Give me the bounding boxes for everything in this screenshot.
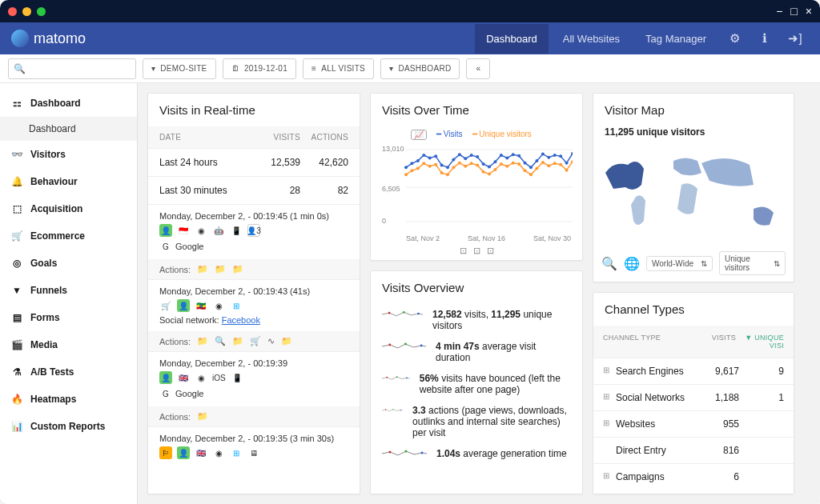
sidebar-item-visitors[interactable]: 👓Visitors [0, 141, 137, 168]
tab-all-websites[interactable]: All Websites [552, 24, 631, 54]
channel-row[interactable]: Direct Entry816 [593, 437, 794, 463]
map-card: Visitor Map 11,295 unique visitors 🔍 🌐 W… [593, 93, 794, 282]
svg-point-40 [434, 163, 437, 166]
window-max-dot[interactable] [37, 7, 46, 16]
minimize-icon[interactable]: − [776, 5, 782, 18]
svg-text:6,505: 6,505 [382, 185, 400, 193]
visitor-icon: 👤 [159, 371, 172, 384]
folder-icon[interactable]: 📁 [197, 411, 208, 422]
svg-point-52 [505, 165, 508, 168]
sidebar-sub-dashboard[interactable]: Dashboard [0, 117, 137, 141]
channel-row[interactable]: ⊞Campaigns6 [593, 463, 794, 490]
svg-point-11 [434, 154, 437, 158]
rt-entry[interactable]: Monday, December 2, - 00:19:45 (1 min 0s… [148, 204, 360, 259]
search-input[interactable]: 🔍 [8, 58, 136, 79]
svg-point-31 [553, 154, 557, 157]
windows-icon: ⊞ [230, 446, 243, 459]
svg-point-39 [428, 165, 432, 168]
world-map[interactable] [593, 141, 794, 245]
maximize-icon[interactable]: □ [790, 5, 797, 18]
tab-tag-manager[interactable]: Tag Manager [634, 24, 718, 54]
folder-icon[interactable]: 📁 [232, 264, 243, 274]
android-icon: 🤖 [212, 224, 225, 237]
sidebar-item-acquisition[interactable]: ⬚Acquisition [0, 195, 137, 222]
channel-row[interactable]: ⊞Search Engines9,6179 [593, 358, 794, 384]
legend-unique[interactable]: ━ Unique visitors [472, 130, 532, 140]
legend-visits[interactable]: ━ Visits [436, 130, 463, 140]
svg-point-46 [470, 162, 473, 165]
svg-point-60 [553, 162, 557, 165]
svg-point-74 [392, 409, 393, 410]
signin-icon[interactable]: ➜] [782, 31, 809, 46]
window-min-dot[interactable] [22, 7, 31, 16]
site-selector[interactable]: ▾DEMO-SITE [143, 58, 216, 79]
brand-logo[interactable]: matomo [11, 30, 86, 47]
search-icon[interactable]: 🔍 [215, 336, 226, 346]
folder-icon[interactable]: 📁 [232, 336, 243, 346]
chrome-icon: ◉ [212, 299, 225, 312]
folder-icon[interactable]: 📁 [197, 336, 208, 346]
date-selector[interactable]: 🗓2019-12-01 [223, 58, 296, 79]
flag-icon: 🇬🇧 [177, 371, 190, 384]
close-icon[interactable]: × [806, 5, 812, 18]
chart-btn[interactable]: ⊡ [460, 246, 467, 256]
pulse-icon[interactable]: ∿ [267, 336, 275, 346]
sidebar-item-media[interactable]: 🎬Media [0, 331, 137, 358]
rt-entry[interactable]: Monday, December 2, - 00:19:39 👤 🇬🇧 ◉ iO… [148, 351, 360, 406]
sidebar-item-heatmaps[interactable]: 🔥Heatmaps [0, 386, 137, 413]
google-icon: G [159, 240, 172, 253]
svg-point-48 [482, 170, 485, 174]
visitor-icon: 👤 [177, 446, 190, 459]
svg-point-25 [517, 154, 521, 158]
svg-point-59 [547, 164, 550, 167]
map-title: Visitor Map [593, 94, 794, 126]
folder-icon[interactable]: 📁 [215, 264, 226, 274]
svg-point-58 [541, 161, 545, 164]
dashboard-selector[interactable]: ▾DASHBOARD [380, 58, 460, 79]
svg-point-26 [524, 162, 527, 165]
funnel-icon: ▼ [11, 285, 22, 296]
sidebar-item-abtests[interactable]: ⚗A/B Tests [0, 358, 137, 386]
svg-point-73 [385, 409, 386, 410]
overview-row: 1.04s average generation time [371, 443, 582, 464]
rt-actions: Actions:📁 [148, 406, 360, 426]
svg-point-9 [422, 154, 425, 157]
sidebar-item-custom-reports[interactable]: 📊Custom Reports [0, 413, 137, 440]
sidebar-item-ecommerce[interactable]: 🛒Ecommerce [0, 222, 137, 250]
desktop-icon: 🖥 [247, 446, 260, 459]
info-icon[interactable]: ℹ [751, 31, 778, 46]
svg-point-41 [440, 171, 444, 174]
cart-icon[interactable]: 🛒 [250, 336, 261, 346]
globe-icon[interactable]: 🌐 [624, 256, 640, 271]
chart-toggle-icon[interactable]: 📈 [411, 130, 427, 140]
gear-icon[interactable]: ⚙ [721, 31, 748, 46]
rt-entry[interactable]: Monday, December 2, - 00:19:35 (3 min 30… [148, 426, 360, 469]
facebook-link[interactable]: Facebook [222, 315, 260, 325]
channel-row[interactable]: ⊞Websites955 [593, 410, 794, 437]
svg-point-67 [388, 344, 391, 346]
tab-dashboard[interactable]: Dashboard [475, 24, 549, 54]
zoom-out-icon[interactable]: 🔍 [601, 256, 617, 271]
map-metric-select[interactable]: Unique visitors⇅ [719, 251, 786, 275]
rt-entry[interactable]: Monday, December 2, - 00:19:43 (41s) 🛒 👤… [148, 279, 360, 331]
window-close-dot[interactable] [8, 7, 17, 16]
svg-point-15 [458, 153, 461, 156]
sidebar-item-dashboard[interactable]: ⚏Dashboard [0, 90, 137, 117]
folder-icon[interactable]: 📁 [281, 336, 292, 346]
sidebar-item-goals[interactable]: ◎Goals [0, 250, 137, 277]
overtime-chart[interactable]: 13,010 6,505 0 [382, 143, 573, 231]
calendar-icon: 🗓 [231, 64, 239, 73]
channel-row[interactable]: ⊞Social Networks1,1881 [593, 384, 794, 410]
chart-btn[interactable]: ⊡ [487, 246, 494, 256]
sidebar-item-funnels[interactable]: ▼Funnels [0, 277, 137, 304]
map-region-select[interactable]: World-Wide⇅ [646, 256, 713, 271]
chart-btn[interactable]: ⊡ [473, 246, 480, 256]
collapse-icon[interactable]: « [466, 58, 490, 79]
search-icon: 🔍 [14, 63, 26, 74]
sidebar-item-forms[interactable]: ▤Forms [0, 304, 137, 331]
windows-icon: ⊞ [230, 299, 243, 312]
sidebar-item-behaviour[interactable]: 🔔Behaviour [0, 168, 137, 195]
segment-selector[interactable]: ≡ALL VISITS [303, 58, 374, 79]
overtime-card: Visits Over Time 📈 ━ Visits ━ Unique vis… [370, 93, 583, 261]
folder-icon[interactable]: 📁 [197, 264, 208, 274]
